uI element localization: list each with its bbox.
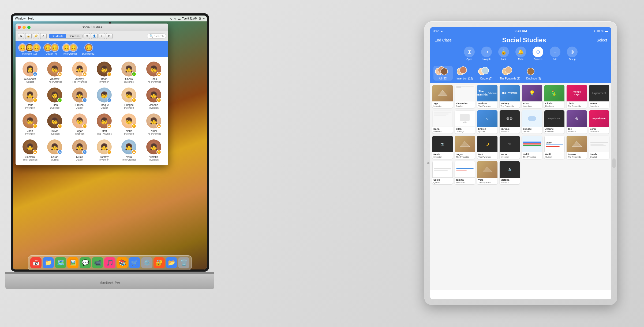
maximize-button[interactable] [27,26,31,29]
card-andrew[interactable]: The Pyramids Adventures Andrew The Pyram… [477,85,497,108]
close-button[interactable] [18,26,21,29]
dock-icon-security[interactable]: 🔐 [153,257,165,268]
card-daren[interactable]: Experiment Daren Invention [589,85,609,108]
filter-quizlet[interactable]: Quizlet (7) [477,66,496,81]
card-enrique[interactable]: ⚙⚙ Enrique Invention [500,110,520,134]
student-alexandra[interactable]: 👩 Q Alexandra Quizlet [18,59,42,85]
tool-add[interactable]: ＋ Add [550,47,560,60]
card-nerio[interactable]: ⚗ Nerio Invention [500,136,520,159]
card-jeanne[interactable]: Experiment Jeanne Invention [544,110,565,134]
card-chris[interactable]: AtomicRays Chris The Pyramids [567,85,587,108]
tab-pyramids[interactable]: 😊 😊 The Pyramids [61,43,79,56]
ipad-home-button[interactable] [612,158,616,168]
screens-tab[interactable]: Screens [66,34,82,38]
dock-icon-music[interactable]: 🎵 [104,257,115,268]
filter-pyramids[interactable]: The Pyramids (9) [498,66,522,81]
student-victoria[interactable]: 👧 💡 Victoria Invention [141,137,166,163]
filter-invention[interactable]: Invention (12) [455,66,474,81]
student-ellen[interactable]: 👩 🦜 Ellen Duolingo [42,85,67,111]
card-aga[interactable]: Aga Invention [432,85,453,108]
filter-all[interactable]: All (30) [433,66,453,81]
dock-icon-books[interactable]: 📚 [117,257,128,268]
dock-icon-calendar[interactable]: 📅 [30,257,42,268]
tool-btn-7[interactable]: + [99,33,105,39]
menu-help[interactable]: Help [28,17,34,20]
menu-window[interactable]: Window [15,17,25,20]
student-aubrey[interactable]: 👧 ⛰ Aubrey The Pyramids [67,59,92,85]
filter-duolingo[interactable]: Duolingo (2) [524,66,543,81]
card-sarah[interactable]: Sarah Quizlet [589,136,609,159]
student-nerio[interactable]: 👦 💡 Nerio Invention [117,111,141,137]
tab-duolingo[interactable]: 😊 Duolingo (2) [79,43,98,56]
dock-icon-trash[interactable]: 🗑️ [178,257,189,268]
dock-icon-photos[interactable]: 🖼️ [67,257,78,268]
student-andrew[interactable]: 👦 ⛰ Andrew The Pyramids [42,59,67,85]
student-samara[interactable]: 👧 ⛰ Samara The Pyramids [18,137,42,163]
student-chris[interactable]: 👦 ⛰ Chris The Pyramids [141,59,166,85]
select-button[interactable]: Select [597,38,607,42]
card-john[interactable]: Experiment John Invention [589,110,609,134]
student-brian[interactable]: 👦 💡 Brian Invention [92,59,117,85]
tool-btn-5[interactable]: ⊞ [84,33,90,39]
student-enrique[interactable]: 👦 Q Enrique Quizlet [92,85,117,111]
student-kevin[interactable]: 👦 💡 Kevin Invention [42,111,67,137]
dock-icon-appstore[interactable]: 🛒 [129,257,140,268]
dock-icon-messages[interactable]: 💬 [80,257,91,268]
dock-icon-finder[interactable]: 📁 [43,257,54,268]
student-emilee[interactable]: 👧 Q Emilee Quizlet [67,85,92,111]
card-nidhi[interactable]: Nidhi The Pyramids [522,136,542,159]
student-eungee[interactable]: 👦 💡 Eungee Invention [117,85,141,111]
dock-icon-folder[interactable]: 📂 [166,257,177,268]
dock-icon-settings[interactable]: ⚙️ [141,257,152,268]
student-logan[interactable]: 👦 💡 Logan Invention [67,111,92,137]
tool-lock[interactable]: 🔒 Lock [498,47,509,60]
card-kevin[interactable]: 📷 Kevin Invention [432,136,453,159]
dock-icon-facetime[interactable]: 📹 [92,257,103,268]
students-tab[interactable]: Students [49,34,66,38]
student-tammy[interactable]: 👧 💡 Tammy Invention [92,137,117,163]
card-aubrey[interactable]: The Pyramids Aubrey The Pyramids [500,85,520,108]
tool-screens[interactable]: ⊙ Screens [533,47,543,60]
dock-icon-maps[interactable]: 🗺️ [55,257,66,268]
student-john[interactable]: 👦 💡 John Invention [18,111,42,137]
card-ellen[interactable]: slide Ellen Duolingo [455,110,475,134]
card-victoria[interactable]: 🔬 Victoria Invention [500,161,520,184]
card-matt[interactable]: 🌙 Matt The Pyramids [477,136,497,159]
mac-search-box[interactable]: 🔍 Search [147,33,166,39]
tool-btn-4[interactable]: A [40,33,47,39]
student-chella[interactable]: 👧 🦜 Chella Duolingo [117,59,141,85]
card-logan[interactable]: Logan The Pyramids [455,136,475,159]
tool-navigate[interactable]: ⊸ Navigate [481,47,492,60]
card-emilee[interactable]: Q Emilee Quizlet [477,110,497,134]
card-vera[interactable]: Vera The Pyramids [477,161,497,184]
tool-group[interactable]: ⊕ Group [567,47,578,60]
card-brian[interactable]: 💡 Brian Invention [522,85,542,108]
student-jeanne[interactable]: 👧 💡 Jeanne Invention [141,85,166,111]
minimize-button[interactable] [23,26,26,29]
tool-btn-3[interactable]: 🔑 [33,33,39,39]
card-chella[interactable]: 🦜 Chella Duolingo [544,85,565,108]
card-raffi[interactable]: Study Raffi Quizlet [544,136,565,159]
card-samara[interactable]: Samara The Pyramids [567,136,587,159]
student-matt[interactable]: 👦 ⛰ Matt The Pyramids [92,111,117,137]
tool-btn-1[interactable]: A [18,33,24,39]
card-darla[interactable]: Darla Invention [432,110,453,134]
student-susie[interactable]: 👧 Q Susie Quizlet [67,137,92,163]
end-class-button[interactable]: End Class [435,38,452,42]
card-joe[interactable]: ⊕ Joe Invention [567,110,587,134]
tool-btn-2[interactable]: 🔒 [25,33,32,39]
student-vera[interactable]: 👧 ⛰ Vera The Pyramids [117,137,141,163]
card-tammy[interactable]: Tammy Invention [455,161,475,184]
tab-quizlet[interactable]: 😊 😊 Quizlet (7) [42,43,61,56]
tab-invention[interactable]: 😊 😊 😊 Invention (12) [17,43,42,56]
student-daria[interactable]: 👧 💡 Daria Invention [18,85,42,111]
student-nidhi[interactable]: 👧 ⛰ Nidhi The Pyramids [141,111,166,137]
tool-mute[interactable]: 🔔 Mute [515,47,526,60]
card-alexandra[interactable]: Alexandra Quizlet [455,85,475,108]
card-eungee[interactable]: Eungee Quizlet [522,110,542,134]
tool-open[interactable]: ⊞ Open [464,47,475,60]
tool-btn-6[interactable]: 👤 [91,33,98,39]
student-sarah[interactable]: 👧 Q Sarah Quizlet [42,137,67,163]
card-susie[interactable]: Susie Quizlet [432,161,453,184]
tool-btn-8[interactable]: ⊟ [106,33,113,39]
